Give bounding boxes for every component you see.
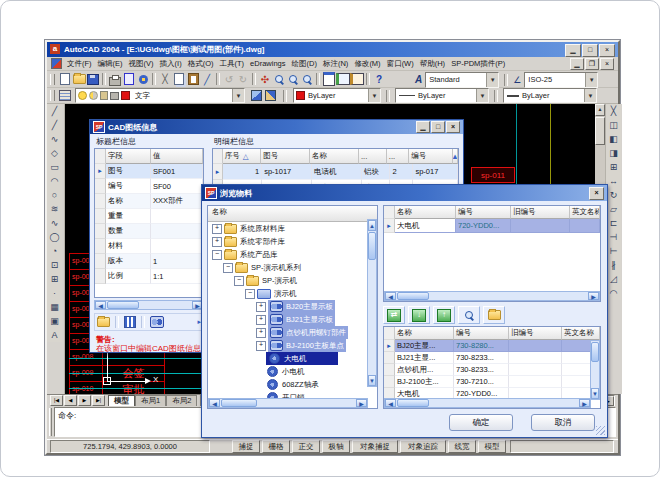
expand-minus-icon[interactable]: − bbox=[223, 263, 233, 273]
browse-title-bar[interactable]: SP 浏览物料 × bbox=[202, 185, 607, 201]
move-icon[interactable]: ↔ bbox=[606, 174, 621, 188]
upload-button[interactable]: ↑ bbox=[433, 306, 455, 324]
tab-next-icon[interactable]: ▶ bbox=[78, 395, 91, 406]
menu-format[interactable]: 格式(O) bbox=[185, 57, 217, 71]
table-row[interactable]: BJ21主显... 730-8233... bbox=[384, 352, 600, 364]
tree-item[interactable]: +点钞机用螺钉部件 bbox=[208, 326, 369, 339]
table-row[interactable]: ▸ 1 sp-1017 电话机 铝块 2 sp-017 bbox=[213, 164, 458, 180]
scroll-left-icon[interactable]: ◀ bbox=[95, 301, 106, 309]
tab-model[interactable]: 模型 bbox=[108, 395, 135, 407]
hatch-icon[interactable]: ▦ bbox=[47, 300, 62, 314]
tree-vscrollbar[interactable]: ▲ ▼ bbox=[367, 219, 377, 387]
rectangle-icon[interactable]: ▭ bbox=[47, 160, 62, 174]
match-properties-button[interactable]: ╱ bbox=[200, 73, 214, 86]
toggle-osnap[interactable]: 对象捕捉 bbox=[352, 440, 398, 453]
design-center-button[interactable] bbox=[336, 73, 350, 86]
tab-first-icon[interactable]: |◀ bbox=[50, 395, 63, 406]
open-folder-icon[interactable] bbox=[97, 317, 110, 327]
table-row[interactable]: 比例1:1 bbox=[95, 269, 203, 284]
scroll-thumb[interactable] bbox=[221, 399, 257, 407]
bottom-table-vscrollbar[interactable]: ▼ bbox=[590, 340, 600, 400]
dialog-close-button[interactable]: × bbox=[446, 121, 460, 133]
expand-plus-icon[interactable]: + bbox=[212, 237, 222, 247]
table-row[interactable]: ▸图号SF001 bbox=[95, 164, 203, 179]
construction-line-icon[interactable]: ╱ bbox=[47, 118, 62, 132]
scroll-right-icon[interactable]: ▶ bbox=[588, 292, 599, 300]
scroll-thumb[interactable] bbox=[595, 117, 605, 145]
menu-sp-pdm[interactable]: SP-PDM插件(P) bbox=[448, 57, 508, 71]
save-button[interactable] bbox=[86, 73, 100, 86]
columns-icon[interactable] bbox=[124, 316, 136, 328]
plot-preview-button[interactable] bbox=[122, 73, 136, 86]
ellipse-arc-icon[interactable]: ◔ bbox=[47, 244, 62, 258]
chevron-down-icon[interactable]: ▼ bbox=[476, 89, 488, 102]
scroll-up-icon[interactable]: ▲ bbox=[368, 220, 376, 231]
tab-layout1[interactable]: 布局1 bbox=[135, 395, 166, 407]
layer-previous-button[interactable] bbox=[263, 89, 277, 102]
point-icon[interactable]: · bbox=[47, 286, 62, 300]
lineweight-combo[interactable]: ByLayer ▼ bbox=[503, 88, 597, 103]
menu-edrawings[interactable]: eDrawings bbox=[247, 57, 288, 70]
scroll-left-icon[interactable]: ◀ bbox=[385, 292, 396, 300]
extend-icon[interactable]: ⊢ bbox=[606, 244, 621, 258]
tree-item[interactable]: −SP-演示机 bbox=[208, 274, 369, 287]
scale-icon[interactable]: ▱ bbox=[606, 202, 621, 216]
text-style-combo[interactable]: Standard▼ bbox=[425, 72, 499, 88]
linetype-combo[interactable]: ByLayer ▼ bbox=[395, 88, 489, 103]
expand-plus-icon[interactable]: + bbox=[256, 328, 266, 338]
line-icon[interactable]: ╱ bbox=[47, 104, 62, 118]
copy-object-icon[interactable]: ◫ bbox=[606, 118, 621, 132]
dialog-maximize-button[interactable]: □ bbox=[431, 121, 445, 133]
chevron-down-icon[interactable]: ▼ bbox=[486, 73, 498, 87]
menu-file[interactable]: 文件(F) bbox=[64, 57, 95, 71]
layer-manager-button[interactable] bbox=[58, 89, 72, 102]
table-row[interactable]: 材料 bbox=[95, 239, 203, 254]
spline-icon[interactable]: ∿ bbox=[47, 216, 62, 230]
add-part-gear-icon[interactable] bbox=[150, 316, 164, 328]
undo-button[interactable]: ↺ bbox=[222, 73, 236, 86]
toggle-polar[interactable]: 极轴 bbox=[322, 440, 350, 453]
insert-block-icon[interactable]: ⊡ bbox=[47, 258, 62, 272]
child-minimize-button[interactable]: ▁ bbox=[570, 58, 584, 70]
tree-item[interactable]: +BJ21主显示板 bbox=[208, 313, 369, 326]
mtext-icon[interactable]: A bbox=[47, 328, 62, 342]
command-grip[interactable] bbox=[49, 408, 52, 436]
toggle-grid[interactable]: 栅格 bbox=[262, 440, 290, 453]
expand-plus-icon[interactable]: + bbox=[256, 341, 266, 351]
tree-item[interactable]: +BJ20主显示板 bbox=[208, 300, 369, 313]
chevron-down-icon[interactable]: ▼ bbox=[585, 73, 597, 87]
table-row[interactable]: ▸ BJ20主显... 730-8280... bbox=[384, 340, 600, 352]
expand-plus-icon[interactable]: + bbox=[212, 224, 222, 234]
table-row[interactable]: 重量 bbox=[95, 209, 203, 224]
table-row[interactable]: 名称XXX部件 bbox=[95, 194, 203, 209]
help-icon[interactable]: ? bbox=[372, 73, 386, 86]
child-restore-button[interactable]: ❐ bbox=[585, 58, 599, 70]
table-row[interactable]: BJ-2100主... 730-7210... bbox=[384, 376, 600, 388]
scroll-left-icon[interactable]: ◀ bbox=[209, 399, 220, 407]
tree-item[interactable]: −SP-演示机系列 bbox=[208, 261, 369, 274]
tree-item[interactable]: −演示机 bbox=[208, 287, 369, 300]
tree-item[interactable]: +系统零部件库 bbox=[208, 235, 369, 248]
title-block-hscrollbar[interactable]: ◀ ▶ bbox=[94, 300, 204, 310]
fillet-icon[interactable]: ◠ bbox=[606, 286, 621, 300]
menu-insert[interactable]: 插入(I) bbox=[157, 57, 185, 71]
arc-icon[interactable]: ◠ bbox=[47, 174, 62, 188]
erase-icon[interactable]: ╳ bbox=[606, 104, 621, 118]
minimize-button[interactable]: ▁ bbox=[565, 44, 581, 57]
menu-draw[interactable]: 绘图(D) bbox=[289, 57, 320, 71]
chevron-down-icon[interactable]: ▼ bbox=[368, 89, 380, 102]
chamfer-icon[interactable]: ◿ bbox=[606, 272, 621, 286]
toggle-otrack[interactable]: 对象追踪 bbox=[400, 440, 446, 453]
toolbar-grip[interactable] bbox=[50, 90, 55, 101]
zoom-previous-button[interactable] bbox=[300, 73, 314, 86]
close-button[interactable]: × bbox=[599, 44, 615, 57]
mirror-icon[interactable]: ◧ bbox=[606, 132, 621, 146]
menu-help[interactable]: 帮助(H) bbox=[417, 57, 448, 71]
table-row[interactable]: 版本1 bbox=[95, 254, 203, 269]
maximize-button[interactable]: □ bbox=[582, 44, 598, 57]
array-icon[interactable]: ⊞ bbox=[606, 160, 621, 174]
menu-dimension[interactable]: 标注(N) bbox=[320, 57, 351, 71]
tree-item[interactable]: 608ZZ轴承 bbox=[208, 378, 369, 391]
dialog-minimize-button[interactable]: ▁ bbox=[416, 121, 430, 133]
scroll-up-icon[interactable]: ▲ bbox=[595, 104, 605, 116]
